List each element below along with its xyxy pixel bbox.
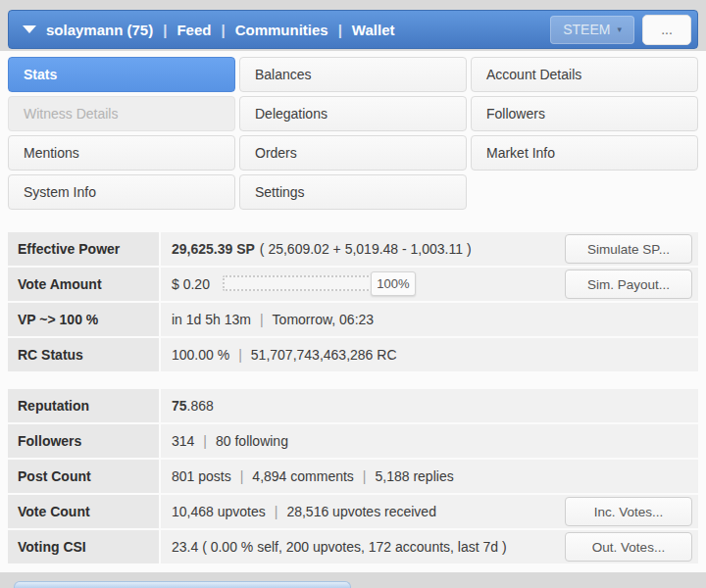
account-header-bar: solaymann (75) | Feed | Communities | Wa… (8, 10, 698, 49)
comments-count: 4,894 comments (252, 468, 354, 484)
vp-eta: Tomorrow, 06:23 (273, 312, 375, 327)
nav-wallet[interactable]: Wallet (352, 22, 395, 38)
row-label: Vote Amount (8, 268, 159, 301)
tab-system-info[interactable]: System Info (8, 174, 235, 210)
value-separator: | (203, 433, 207, 449)
row-value: 801 posts | 4,894 comments | 5,188 repli… (161, 460, 698, 493)
row-label: VP ~> 100 % (8, 303, 159, 336)
row-value: $ 0.20 100% Sim. Payout... (161, 268, 698, 301)
next-section-header-partial[interactable] (14, 581, 351, 588)
table-row-effective-power: Effective Power 29,625.39 SP ( 25,609.02… (8, 232, 698, 266)
vp-time-remaining: in 1d 5h 13m (172, 312, 251, 327)
row-value: 100.00 % | 51,707,743,463,286 RC (161, 338, 698, 371)
more-options-button[interactable]: ... (642, 15, 691, 45)
row-value: 314 | 80 following (161, 424, 698, 458)
vote-weight-slider[interactable]: 100% (223, 274, 415, 294)
outgoing-votes-button[interactable]: Out. Votes... (565, 532, 692, 562)
header-separator: | (221, 22, 225, 38)
row-label: RC Status (8, 338, 159, 371)
effective-power-breakdown: ( 25,609.02 + 5,019.48 - 1,003.11 ) (260, 241, 472, 257)
table-row-post-count: Post Count 801 posts | 4,894 comments | … (8, 460, 698, 493)
row-value: 29,625.39 SP ( 25,609.02 + 5,019.48 - 1,… (161, 232, 698, 266)
currency-label: STEEM (563, 22, 610, 37)
reputation-int: 75 (172, 398, 187, 414)
voting-csi-value: 23.4 ( 0.00 % self, 200 upvotes, 172 acc… (172, 539, 507, 555)
tab-balances[interactable]: Balances (239, 57, 467, 92)
header-separator: | (338, 22, 342, 38)
value-separator: | (240, 468, 244, 484)
row-label: Vote Count (8, 495, 159, 528)
tab-orders[interactable]: Orders (239, 135, 467, 171)
header-separator: | (163, 22, 167, 38)
upvotes-given: 10,468 upvotes (172, 504, 266, 519)
row-value: 75 .868 (161, 389, 698, 422)
nav-feed[interactable]: Feed (176, 22, 211, 38)
table-row-vp: VP ~> 100 % in 1d 5h 13m | Tomorrow, 06:… (8, 303, 698, 336)
tab-mentions[interactable]: Mentions (8, 135, 235, 171)
table-row-vote-count: Vote Count 10,468 upvotes | 28,516 upvot… (8, 495, 698, 528)
vote-amount-value: $ 0.20 (172, 276, 210, 292)
row-value: 10,468 upvotes | 28,516 upvotes received… (161, 495, 698, 528)
incoming-votes-button[interactable]: Inc. Votes... (565, 497, 692, 526)
following-count: 80 following (216, 433, 288, 449)
row-label: Effective Power (8, 232, 159, 266)
row-value: in 1d 5h 13m | Tomorrow, 06:23 (161, 303, 698, 336)
row-label: Followers (8, 424, 159, 458)
posts-count: 801 posts (172, 468, 231, 484)
tab-market-info[interactable]: Market Info (471, 135, 698, 171)
value-separator: | (275, 504, 278, 519)
power-stats-table: Effective Power 29,625.39 SP ( 25,609.02… (8, 232, 698, 373)
tab-settings[interactable]: Settings (239, 174, 467, 210)
effective-power-value: 29,625.39 SP (172, 241, 255, 257)
tab-followers[interactable]: Followers (471, 96, 698, 131)
table-row-voting-csi: Voting CSI 23.4 ( 0.00 % self, 200 upvot… (8, 530, 698, 564)
slider-handle[interactable]: 100% (371, 271, 416, 296)
sim-payout-button[interactable]: Sim. Payout... (565, 270, 692, 299)
tab-account-details[interactable]: Account Details (471, 57, 698, 92)
rc-percent: 100.00 % (172, 347, 229, 363)
value-separator: | (260, 312, 264, 327)
reputation-frac: .868 (187, 398, 214, 414)
value-separator: | (363, 468, 367, 484)
table-row-vote-amount: Vote Amount $ 0.20 100% Sim. Payout... (8, 268, 698, 301)
value-separator: | (238, 347, 242, 363)
nav-communities[interactable]: Communities (235, 22, 328, 38)
upvotes-received: 28,516 upvotes received (286, 504, 436, 519)
replies-count: 5,188 replies (376, 468, 454, 484)
rc-value: 51,707,743,463,286 RC (251, 347, 397, 363)
followers-count: 314 (172, 433, 194, 449)
row-label: Post Count (8, 460, 159, 493)
section-tabs: Stats Balances Account Details Witness D… (8, 57, 698, 210)
tab-stats[interactable]: Stats (8, 57, 235, 92)
table-row-rc-status: RC Status 100.00 % | 51,707,743,463,286 … (8, 338, 698, 371)
steemworld-app: solaymann (75) | Feed | Communities | Wa… (0, 0, 706, 588)
table-row-reputation: Reputation 75 .868 (8, 389, 698, 422)
account-dropdown-icon[interactable] (23, 25, 36, 33)
simulate-sp-button[interactable]: Simulate SP... (565, 234, 692, 264)
account-stats-table: Reputation 75 .868 Followers 314 | 80 fo… (8, 389, 698, 565)
row-label: Voting CSI (8, 530, 159, 564)
row-label: Reputation (8, 389, 159, 422)
tab-witness-details: Witness Details (8, 96, 235, 131)
tab-delegations[interactable]: Delegations (239, 96, 467, 131)
row-value: 23.4 ( 0.00 % self, 200 upvotes, 172 acc… (161, 530, 698, 564)
chevron-down-icon: ▾ (617, 24, 622, 34)
account-name[interactable]: solaymann (75) (46, 22, 153, 38)
currency-select-button[interactable]: STEEM ▾ (550, 16, 634, 44)
table-row-followers: Followers 314 | 80 following (8, 424, 698, 458)
